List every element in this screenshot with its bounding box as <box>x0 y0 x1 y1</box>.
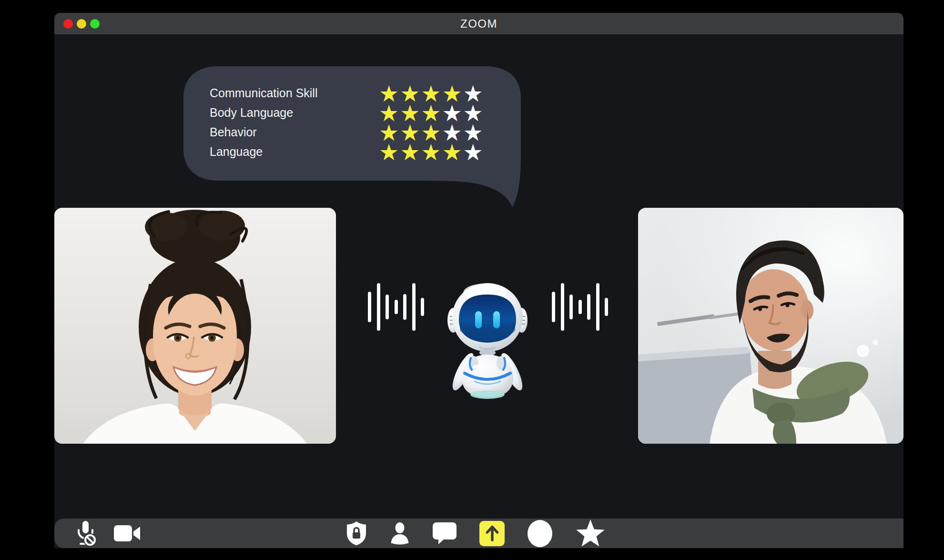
star-filled-icon: ★ <box>421 139 442 165</box>
waveform-bar <box>421 298 424 316</box>
rating-bubble: Communication Skill★★★★★Body Language★★★… <box>183 66 521 208</box>
participant-video-left[interactable] <box>54 208 336 444</box>
participant-video-right[interactable] <box>638 208 903 444</box>
waveform-bar <box>587 294 590 320</box>
zoom-window: ZOOM Communication Skill★★★★★Body Langua… <box>54 13 903 548</box>
security-shield-lock-icon[interactable] <box>346 521 367 546</box>
share-screen-icon[interactable] <box>479 521 505 546</box>
minimize-button[interactable] <box>77 19 86 29</box>
waveform-bar <box>596 283 599 331</box>
waveform-bar <box>403 294 406 320</box>
toolbar-left-group <box>74 519 140 548</box>
waveform-bar <box>569 295 573 319</box>
record-icon[interactable] <box>528 520 552 547</box>
waveform-bar <box>395 300 398 314</box>
left-audio-waveform-icon <box>368 283 424 331</box>
star-filled-icon: ★ <box>442 139 463 165</box>
star-filled-icon: ★ <box>379 139 400 165</box>
participants-icon[interactable] <box>390 522 410 545</box>
man-portrait-image <box>638 208 903 444</box>
star-filled-icon: ★ <box>400 139 421 165</box>
reactions-star-icon[interactable] <box>575 519 606 548</box>
toolbar-center-group <box>346 519 606 548</box>
waveform-bar <box>377 283 380 331</box>
star-empty-icon: ★ <box>463 139 484 165</box>
rating-label: Body Language <box>210 106 293 120</box>
waveform-bar <box>605 298 608 316</box>
ai-robot-avatar <box>447 275 528 399</box>
window-title: ZOOM <box>460 17 497 31</box>
right-audio-waveform-icon <box>552 283 608 331</box>
close-button[interactable] <box>63 19 73 29</box>
waveform-bar <box>412 283 416 331</box>
woman-portrait-image <box>54 208 336 444</box>
rating-label: Behavior <box>210 125 257 139</box>
toolbar <box>54 519 903 548</box>
mic-muted-icon[interactable] <box>74 520 97 547</box>
rating-row: Language★★★★★ <box>183 142 521 162</box>
waveform-bar <box>561 283 564 331</box>
waveform-bar <box>552 292 555 322</box>
video-camera-icon[interactable] <box>114 524 140 543</box>
chat-icon[interactable] <box>433 522 457 544</box>
rating-label: Language <box>210 145 263 159</box>
traffic-lights <box>63 13 100 34</box>
waveform-bar <box>579 300 582 314</box>
star-rating: ★★★★★ <box>379 141 484 163</box>
screen: ZOOM Communication Skill★★★★★Body Langua… <box>0 0 944 560</box>
maximize-button[interactable] <box>90 19 100 29</box>
ratings-rows: Communication Skill★★★★★Body Language★★★… <box>183 83 521 162</box>
waveform-bar <box>368 292 371 322</box>
waveform-bar <box>386 295 389 319</box>
rating-label: Communication Skill <box>210 86 317 100</box>
titlebar: ZOOM <box>54 13 903 34</box>
